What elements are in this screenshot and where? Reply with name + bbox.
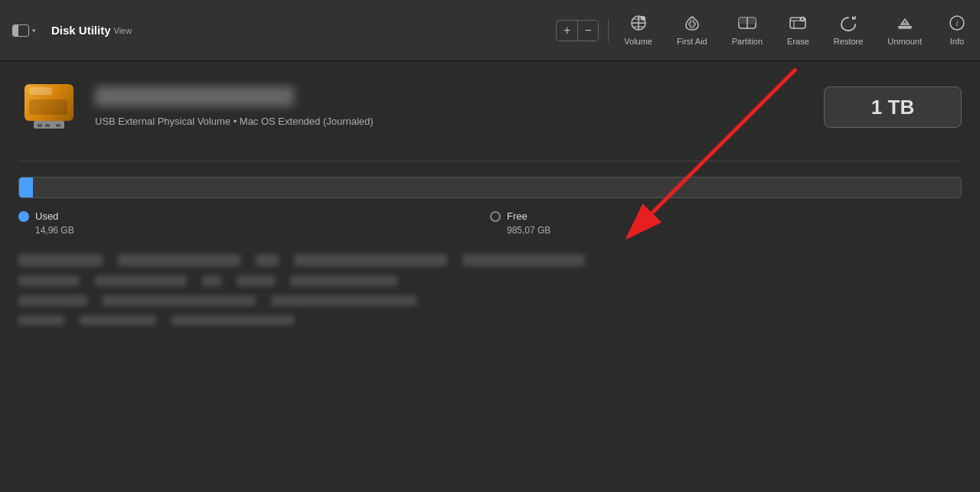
- disk-subtitle: USB External Physical Volume • Mac OS Ex…: [95, 116, 374, 127]
- storage-section: Used 14,96 GB Free 985,07 GB: [18, 177, 962, 236]
- unmount-label: Unmount: [887, 37, 922, 46]
- restore-icon: [838, 15, 858, 34]
- titlebar: ▾ Disk Utility View + − +: [0, 0, 980, 61]
- erase-label: Erase: [787, 37, 809, 46]
- divider: [18, 161, 962, 161]
- svg-rect-20: [29, 99, 67, 115]
- remove-volume-button[interactable]: −: [577, 20, 599, 41]
- table-section: [18, 254, 962, 325]
- info-label: Info: [950, 37, 964, 46]
- restore-label: Restore: [834, 37, 864, 46]
- svg-rect-22: [38, 124, 42, 127]
- used-label: Used: [35, 210, 58, 222]
- volume-label: Volume: [624, 37, 652, 46]
- storage-bar: [18, 177, 962, 198]
- app-title: Disk Utility: [51, 24, 111, 37]
- table-row: [18, 295, 962, 306]
- toolbar: + − + Volume: [550, 0, 980, 60]
- svg-rect-23: [45, 124, 50, 127]
- partition-button[interactable]: Partition: [720, 0, 775, 60]
- table-row: [18, 315, 962, 325]
- info-icon: i: [948, 15, 966, 34]
- used-value: 14,96 GB: [35, 225, 490, 236]
- disk-size-badge: 1 TB: [824, 86, 962, 128]
- view-toggle[interactable]: ▾: [12, 24, 36, 37]
- erase-button[interactable]: Erase: [775, 0, 822, 60]
- svg-text:i: i: [956, 18, 958, 28]
- free-value: 985,07 GB: [507, 225, 962, 236]
- svg-rect-24: [56, 124, 60, 127]
- table-row: [18, 275, 962, 286]
- legend-used: Used 14,96 GB: [18, 210, 490, 236]
- info-button[interactable]: i Info: [934, 0, 980, 60]
- disk-info: USB External Physical Volume • Mac OS Ex…: [95, 86, 824, 128]
- volume-icon: +: [629, 15, 648, 34]
- disk-name-blurred: [95, 86, 294, 106]
- free-label: Free: [507, 210, 528, 222]
- view-label: View: [114, 26, 132, 35]
- table-row: [18, 254, 962, 266]
- storage-legend: Used 14,96 GB Free 985,07 GB: [18, 210, 962, 236]
- first-aid-button[interactable]: First Aid: [665, 0, 720, 60]
- disk-icon: [18, 77, 80, 138]
- used-dot: [18, 211, 29, 222]
- add-volume-button[interactable]: +: [556, 20, 577, 41]
- restore-button[interactable]: Restore: [822, 0, 876, 60]
- disk-header: USB External Physical Volume • Mac OS Ex…: [18, 77, 962, 138]
- volume-buttons: + −: [550, 0, 605, 60]
- svg-rect-19: [29, 87, 52, 95]
- first-aid-label: First Aid: [677, 37, 707, 46]
- partition-label: Partition: [732, 37, 763, 46]
- toolbar-separator: [608, 19, 609, 42]
- partition-icon: [737, 15, 757, 34]
- legend-free: Free 985,07 GB: [490, 210, 962, 236]
- volume-button[interactable]: + Volume: [612, 0, 665, 60]
- unmount-icon: [895, 15, 915, 34]
- storage-used-bar: [19, 178, 33, 197]
- erase-icon: [788, 15, 808, 34]
- first-aid-icon: [683, 15, 701, 34]
- free-dot: [490, 211, 501, 222]
- chevron-down-icon: ▾: [32, 27, 36, 34]
- main-content: USB External Physical Volume • Mac OS Ex…: [0, 61, 980, 350]
- sidebar-icon: [12, 24, 29, 37]
- unmount-button[interactable]: Unmount: [875, 0, 934, 60]
